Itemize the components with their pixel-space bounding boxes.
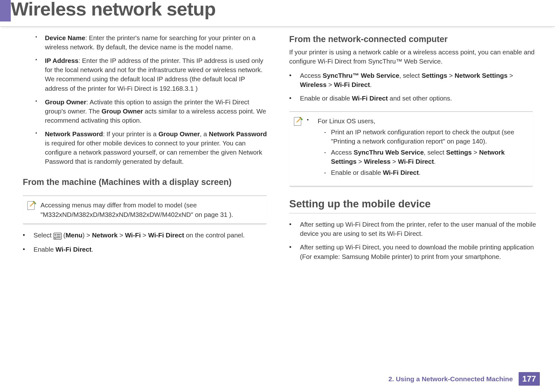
step-bold: Settings (422, 72, 447, 79)
big-heading: Setting up the mobile device (289, 198, 536, 213)
list-item: Enable Wi-Fi Direct. (23, 245, 270, 254)
step-bold: Network Settings (454, 72, 507, 79)
step-bold: Wi-Fi Direct (352, 95, 388, 102)
step-bold: Network (92, 231, 118, 239)
option-text: , a (200, 130, 209, 138)
mobile-list: After setting up Wi-Fi Direct from the p… (286, 220, 536, 261)
list-item: After setting up Wi-Fi Direct, you need … (289, 242, 536, 261)
list-item: Enable or disable Wi-Fi Direct. (324, 168, 530, 177)
list-item: Select (Menu) > Network > Wi-Fi > Wi-Fi … (23, 230, 270, 240)
step-bold: Wi-Fi (125, 231, 141, 239)
list-item: Enable or disable Wi-Fi Direct and set o… (289, 94, 536, 103)
list-text: After setting up Wi-Fi Direct, you need … (300, 243, 534, 260)
step-bold: Wi-Fi Direct (334, 81, 370, 88)
dash-text: , select (424, 149, 446, 156)
step-text: Select (34, 231, 53, 239)
option-text: is required for other mobile devices to … (45, 139, 262, 165)
section-heading: From the network-connected computer (289, 34, 536, 44)
steps-list: Access SyncThru™ Web Service, select Set… (286, 71, 536, 103)
content-columns: Device Name: Enter the printer's name fo… (0, 27, 555, 266)
step-text: Enable (34, 246, 56, 253)
step-bold: SyncThru™ Web Service (323, 72, 399, 79)
note-icon (293, 116, 303, 127)
step-text: and set other options. (388, 95, 452, 102)
step-bold: Menu (65, 231, 83, 239)
right-column: From the network-connected computer If y… (286, 33, 536, 266)
option-label: Device Name (45, 34, 85, 41)
intro-text: If your printer is using a network cable… (289, 47, 536, 66)
header-bar: Wireless network setup (0, 0, 555, 27)
options-list: Device Name: Enter the printer's name fo… (19, 33, 270, 166)
menu-icon (53, 231, 62, 240)
option-text: : If your printer is a (103, 130, 158, 138)
dash-text: . (419, 169, 421, 176)
list-text: After setting up Wi-Fi Direct from the p… (300, 221, 536, 237)
note-text: Accessing menus may differ from model to… (40, 201, 233, 218)
left-column: Device Name: Enter the printer's name fo… (19, 33, 270, 266)
step-text: . (370, 81, 372, 88)
list-item: After setting up Wi-Fi Direct from the p… (289, 220, 536, 238)
page-title: Wireless network setup (11, 0, 216, 20)
list-item: Group Owner: Activate this option to ass… (35, 97, 270, 125)
svg-rect-4 (57, 237, 60, 238)
step-text: , select (399, 72, 422, 79)
step-bold: Wi-Fi Direct (148, 231, 184, 239)
svg-rect-2 (57, 234, 60, 235)
option-label: Network Password (45, 130, 103, 138)
option-label: IP Address (45, 57, 78, 64)
note-icon (26, 200, 37, 211)
step-text: on the control panel. (184, 231, 244, 239)
note-list: For Linux OS users, Print an IP network … (307, 116, 530, 177)
dash-bold: SyncThru Web Service (354, 149, 424, 156)
option-bold: Network Password (209, 130, 267, 138)
option-bold: Group Owner (102, 107, 143, 115)
dash-bold: Wi-Fi Direct (398, 158, 434, 165)
footer: 2. Using a Network-Connected Machine 177 (388, 372, 540, 386)
steps-list: Select (Menu) > Network > Wi-Fi > Wi-Fi … (19, 230, 270, 254)
note-box: For Linux OS users, Print an IP network … (289, 111, 533, 187)
chapter-label: 2. Using a Network-Connected Machine (388, 375, 513, 383)
dash-text: Access (331, 149, 354, 156)
dash-list: Print an IP network configuration report… (318, 127, 530, 177)
step-text: Access (300, 72, 323, 79)
svg-point-5 (54, 237, 56, 239)
list-item: IP Address: Enter the IP address of the … (35, 56, 270, 93)
dash-bold: Wireless (364, 158, 391, 165)
note-head: For Linux OS users, (318, 117, 375, 125)
section-heading: From the machine (Machines with a displa… (23, 177, 270, 187)
step-text: . (91, 246, 93, 253)
dash-text: Print an IP network configuration report… (331, 128, 515, 145)
dash-bold: Wi-Fi Direct (383, 169, 419, 176)
dash-bold: Settings (446, 149, 472, 156)
list-item: Network Password: If your printer is a G… (35, 129, 270, 166)
option-bold: Group Owner (158, 130, 200, 138)
list-item: For Linux OS users, Print an IP network … (307, 116, 530, 177)
option-label: Group Owner (45, 98, 86, 106)
header-accent (0, 0, 11, 21)
note-box: Accessing menus may differ from model to… (23, 195, 267, 224)
dash-text: . (434, 158, 436, 165)
page-number: 177 (519, 372, 540, 386)
list-item: Access SyncThru™ Web Service, select Set… (289, 71, 536, 89)
svg-rect-3 (57, 236, 60, 236)
step-bold: Wi-Fi Direct (56, 246, 92, 253)
dash-text: Enable or disable (331, 169, 383, 176)
step-text: Enable or disable (300, 95, 352, 102)
step-bold: Wireless (300, 81, 327, 88)
list-item: Device Name: Enter the printer's name fo… (35, 33, 270, 52)
list-item: Access SyncThru Web Service, select Sett… (324, 148, 530, 166)
list-item: Print an IP network configuration report… (324, 127, 530, 146)
